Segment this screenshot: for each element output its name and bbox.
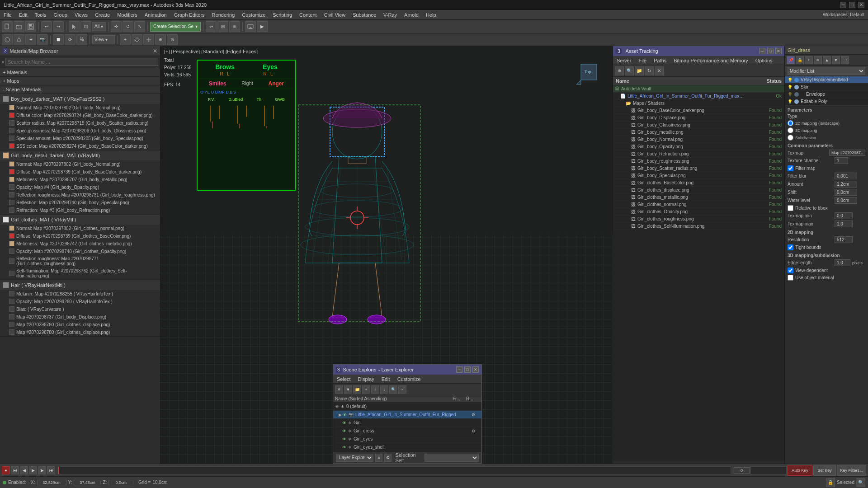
scene-materials-header[interactable]: - Scene Materials [0,85,160,94]
amount-input[interactable] [835,181,857,188]
rotate-btn[interactable]: ↺ [123,21,133,32]
snap-btn[interactable]: 🔲 [53,34,64,45]
asset-menu-server[interactable]: Server [613,57,635,64]
minimize-button[interactable]: ─ [840,2,846,8]
layer-tb-btn-1[interactable]: ✕ [335,385,343,394]
menu-group[interactable]: Group [50,10,71,19]
menu-customize[interactable]: Customize [238,10,269,19]
z-coord-input[interactable] [108,480,133,485]
maps-section-header[interactable]: + Maps [0,77,160,85]
resolution-input[interactable] [835,236,853,243]
filter-map-checkbox[interactable] [788,165,793,171]
layer-row-main-object[interactable]: ▶ 👁 📷 Little_African_Girl_in_Summer_Outf… [333,411,481,419]
asset-maps-folder[interactable]: 📂 Maps / Shaders [613,100,784,107]
layer-footer-btn2[interactable]: ⚙ [384,454,392,462]
layer-row-girl[interactable]: 👁 ❄ Girl [333,419,481,427]
create-selection-set-btn[interactable]: Create Selection Se▾ [150,22,201,32]
layer-tb-btn-3[interactable]: 📁 [353,385,361,394]
menu-animation[interactable]: Animation [141,10,170,19]
playback-prev-btn[interactable]: ⏮ [11,466,19,474]
menu-file[interactable]: File [0,10,15,19]
create-icon-btn[interactable] [2,34,13,45]
asset-file-row[interactable]: 🖼 Girl_body_Opacity.png Found [613,143,784,150]
geometry-btn[interactable] [14,34,24,45]
menu-substance[interactable]: Substance [349,10,380,19]
close-button[interactable]: ✕ [858,2,864,8]
menu-scripting[interactable]: Scripting [269,10,296,19]
mat-group-girl-clothes-header[interactable]: Girl_clothes_MAT ( VRayMtl ) [0,215,160,225]
asset-file-row[interactable]: 🖼 Girl_clothes_normal.png Found [613,201,784,208]
align-btn[interactable]: ⊞ [217,21,228,32]
asset-file-row[interactable]: 🖼 Girl_clothes_Opacity.png Found [613,208,784,216]
water-level-input[interactable] [835,197,857,204]
restore-button[interactable]: □ [849,2,855,8]
asset-file-row[interactable]: 🖼 Girl_clothes_metallic.png Found [613,194,784,201]
view-mode-dropdown[interactable]: View ▾ [92,35,115,44]
layer-row-girl-eyes-shell[interactable]: 👁 ❄ Girl_eyes_shell [333,443,481,451]
mod-move-up-btn[interactable]: ▲ [823,56,831,64]
transform-icon[interactable] [132,34,142,45]
texmap-min-input[interactable] [835,212,853,219]
asset-file-row[interactable]: 🖼 Girl_clothes_roughness.png Found [613,216,784,223]
asset-file-row[interactable]: 🖼 Girl_body_Glossiness.png Found [613,122,784,129]
layer-tb-btn-2[interactable]: ▼ [344,385,352,394]
modifier-entry-skin[interactable]: 💡 Skin [785,84,868,91]
tight-bounds-checkbox[interactable] [788,244,793,250]
layer-menu-edit[interactable]: Edit [378,375,394,383]
animate-btn[interactable]: ● [2,466,10,474]
playback-next-frame-btn[interactable]: ▶ [38,466,46,474]
layer-tb-btn-4[interactable]: + [362,385,370,394]
lights-btn[interactable]: ☀ [25,34,36,45]
asset-file-row[interactable]: 🖼 Girl_body_Displace.png Found [613,114,784,122]
menu-graph-editors[interactable]: Graph Editors [170,10,208,19]
new-btn[interactable] [2,21,13,32]
layer-explorer-minimize[interactable]: ─ [456,366,462,373]
view-dependent-checkbox[interactable] [788,267,793,273]
key-filters-btn[interactable]: Key Filters... [837,465,866,476]
texmap-input[interactable] [829,150,865,156]
angle-snap-btn[interactable]: ⟳ [65,34,75,45]
menu-content[interactable]: Content [296,10,321,19]
percent-snap-btn[interactable]: % [76,34,87,45]
asset-tracking-close[interactable]: ✕ [775,48,782,54]
asset-file-row[interactable]: 🖼 Girl_body_roughness.png Found [613,158,784,165]
search-btn[interactable]: 🔍 [856,478,865,487]
layer-row-girl-eyes[interactable]: 👁 ❄ Girl_eyes [333,435,481,443]
mod-lock-btn[interactable]: 🔒 [796,56,804,64]
plus-icon[interactable]: + [120,34,131,45]
mod-pick-btn[interactable]: + [805,56,813,64]
asset-menu-paths[interactable]: Paths [650,57,670,64]
modifier-entry-envelope[interactable]: 💡 Envelope [785,91,868,98]
asset-tracking-maximize[interactable]: □ [767,48,774,54]
asset-tb-btn-2[interactable]: 🔍 [625,66,634,75]
mat-group-boy-body-header[interactable]: Boy_body_darker_MAT ( VRayFastSSS2 ) [0,94,160,104]
asset-file-row[interactable]: 🖼 Girl_body_Normal.png Found [613,136,784,143]
asset-tb-btn-3[interactable]: 📁 [635,66,644,75]
cameras-btn[interactable]: 📷 [37,34,48,45]
asset-scrollbar[interactable] [613,460,784,464]
asset-menu-bitmap[interactable]: Bitmap Performance and Memory [670,57,751,64]
menu-create[interactable]: Create [91,10,113,19]
ref-icon[interactable]: ⊕ [155,34,166,45]
playback-prev-frame-btn[interactable]: ◀ [20,466,28,474]
layer-explorer-close[interactable]: ✕ [472,366,479,373]
materials-section-header[interactable]: + Materials [0,68,160,77]
mod-pin-btn[interactable]: 📌 [787,56,795,64]
layer-tb-btn-5[interactable]: ↑ [371,385,379,394]
layer-menu-select[interactable]: Select [333,375,354,383]
menu-vray[interactable]: V-Ray [380,10,401,19]
layer-tb-btn-6[interactable]: ↓ [380,385,388,394]
select-btn[interactable] [69,21,80,32]
radio-subdivision[interactable] [788,135,793,141]
layer-explorer-maximize[interactable]: □ [464,366,471,373]
shift-input[interactable] [835,189,857,196]
use-obj-material-checkbox[interactable] [788,275,793,281]
lock-selection-btn[interactable]: 🔒 [826,478,835,487]
menu-help[interactable]: Help [422,10,440,19]
menu-arnold[interactable]: Arnold [401,10,422,19]
asset-main-file-row[interactable]: 📄 Little_African_Girl_in_Summer_Outfit_F… [613,93,784,100]
asset-file-row[interactable]: 🖼 Girl_body_metallic.png Found [613,129,784,136]
edge-length-input[interactable] [835,259,850,266]
render-btn[interactable]: ▶ [257,21,268,32]
asset-file-row[interactable]: 🖼 Girl_clothes_displace.png Found [613,187,784,194]
